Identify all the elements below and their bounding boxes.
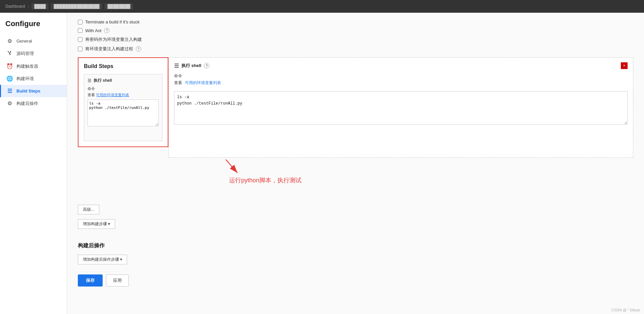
sidebar-item-build-steps[interactable]: ☰ Build Steps <box>0 85 67 97</box>
topbar-sep: / <box>28 4 29 9</box>
build-step-header: ☰ 执行 shell ? × <box>174 62 628 69</box>
build-step-close-button[interactable]: × <box>621 62 628 69</box>
checkbox-inject-secrets: 将密码作为环境变量注入构建 <box>78 37 633 43</box>
add-step-section: 增加构建步骤 ▾ <box>78 219 633 229</box>
footer-text: CSDN @ " Ellauk <box>611 308 640 312</box>
layout: Configure ⚙ General 源码管理 ⏰ 构建触发器 🌐 构建环境 … <box>0 13 644 314</box>
add-step-label: 增加构建步骤 ▾ <box>83 221 110 227</box>
step-preview-header: ☰ 执行 shell <box>88 78 159 83</box>
build-step-title-group: ☰ 执行 shell ? <box>174 63 209 69</box>
hamburger-icon-preview: ☰ <box>88 78 92 83</box>
gear-icon: ⚙ <box>6 38 13 44</box>
env-vars-link[interactable]: 可用的环境变量列表 <box>185 80 221 86</box>
topbar-dashboard[interactable]: Dashboard <box>5 4 25 9</box>
sidebar-label-env: 构建环境 <box>16 76 34 82</box>
checkbox-inject-env-input[interactable] <box>78 47 83 51</box>
checkbox-terminate-input[interactable] <box>78 20 83 24</box>
main-content: Terminate a build if it's stuck With Ant… <box>67 13 644 314</box>
env-link-prefix: 查看 <box>174 80 182 85</box>
add-step-button[interactable]: 增加构建步骤 ▾ <box>78 219 115 229</box>
env-link-row: 查看 可用的环境变量列表 <box>174 80 628 88</box>
checkbox-inject-env-label: 将环境变量注入构建过程 <box>85 46 133 52</box>
checkbox-terminate-label: Terminate a build if it's stuck <box>85 19 140 24</box>
build-steps-preview: ☰ 执行 shell 命令 查看 可用的环境变量列表 ls -a python … <box>84 74 162 141</box>
sidebar-item-general[interactable]: ⚙ General <box>0 35 67 47</box>
footer: CSDN @ " Ellauk <box>611 308 640 312</box>
command-textarea-preview[interactable]: ls -a python ./testFile/runAll.py <box>88 100 159 126</box>
clock-icon: ⏰ <box>6 63 13 69</box>
build-steps-section: Build Steps ☰ 执行 shell 命令 查看 可用的环境变量列表 l… <box>78 57 633 229</box>
inject-env-help-icon[interactable]: ? <box>136 46 141 52</box>
checkbox-inject-secrets-label: 将密码作为环境变量注入构建 <box>85 37 142 43</box>
sidebar: Configure ⚙ General 源码管理 ⏰ 构建触发器 🌐 构建环境 … <box>0 13 67 314</box>
globe-icon: 🌐 <box>6 75 13 82</box>
action-buttons: 保存 应用 <box>78 274 633 287</box>
sidebar-label-build-steps: Build Steps <box>16 88 41 93</box>
hamburger-icon: ☰ <box>174 63 179 69</box>
sidebar-label-triggers: 构建触发器 <box>16 63 38 69</box>
sidebar-title: Configure <box>0 19 67 35</box>
command-textarea[interactable]: ls -a python ./testFile/runAll.py <box>174 91 628 125</box>
sidebar-label-general: General <box>16 39 32 44</box>
step-help-icon[interactable]: ? <box>204 63 209 68</box>
sidebar-item-source[interactable]: 源码管理 <box>0 47 67 60</box>
annotation-container: 运行python脚本，执行测试 <box>222 156 302 184</box>
checkbox-with-ant: With Ant ? <box>78 28 633 33</box>
sidebar-item-triggers[interactable]: ⏰ 构建触发器 <box>0 60 67 72</box>
sidebar-item-env[interactable]: 🌐 构建环境 <box>0 72 67 85</box>
build-step-full-card: ☰ 执行 shell ? × 命令 查看 可用的环境变量列表 ls -a pyt… <box>168 57 633 158</box>
checkbox-inject-secrets-input[interactable] <box>78 37 83 42</box>
step-preview-cmd-label: 命令 <box>88 86 159 91</box>
list-icon: ☰ <box>6 88 13 94</box>
step-title-text: 执行 shell <box>181 63 201 69</box>
annotation-arrow-svg <box>222 156 243 176</box>
sidebar-label-source: 源码管理 <box>16 51 34 57</box>
topbar-item-2[interactable]: ████████████████ <box>51 3 102 9</box>
checkbox-with-ant-input[interactable] <box>78 28 83 33</box>
build-steps-left-title: Build Steps <box>84 63 162 69</box>
save-button[interactable]: 保存 <box>78 274 103 287</box>
with-ant-help-icon[interactable]: ? <box>104 28 109 33</box>
add-post-build-label: 增加构建后操作步骤 ▾ <box>83 257 122 262</box>
settings-icon: ⚙ <box>6 100 13 107</box>
sidebar-item-post-build[interactable]: ⚙ 构建后操作 <box>0 97 67 110</box>
advanced-button[interactable]: 高级... <box>78 205 99 214</box>
annotation-text: 运行python脚本，执行测试 <box>229 176 302 184</box>
topbar-item-3[interactable]: ████████ <box>105 3 133 9</box>
topbar: Dashboard / ████ ████████████████ ██████… <box>0 0 644 13</box>
step-preview-title: 执行 shell <box>94 78 112 83</box>
branch-icon <box>6 50 13 57</box>
apply-button[interactable]: 应用 <box>106 274 129 287</box>
add-post-build-button[interactable]: 增加构建后操作步骤 ▾ <box>78 255 127 264</box>
checkbox-terminate: Terminate a build if it's stuck <box>78 19 633 24</box>
topbar-item-1[interactable]: ████ <box>32 3 48 9</box>
post-build-title: 构建后操作 <box>78 242 633 249</box>
sidebar-label-post-build: 构建后操作 <box>16 101 38 107</box>
step-preview-env-link: 查看 可用的环境变量列表 <box>88 92 159 98</box>
build-steps-left-panel: Build Steps ☰ 执行 shell 命令 查看 可用的环境变量列表 l… <box>78 57 168 147</box>
svg-line-1 <box>226 160 237 173</box>
post-build-section: 构建后操作 增加构建后操作步骤 ▾ <box>78 242 633 264</box>
checkbox-inject-env: 将环境变量注入构建过程 ? <box>78 46 633 52</box>
command-label: 命令 <box>174 73 628 79</box>
advanced-section: 高级... <box>78 185 633 214</box>
checkbox-with-ant-label: With Ant <box>85 28 101 33</box>
build-steps-container: Build Steps ☰ 执行 shell 命令 查看 可用的环境变量列表 l… <box>78 57 633 158</box>
env-link-preview[interactable]: 可用的环境变量列表 <box>96 93 129 97</box>
